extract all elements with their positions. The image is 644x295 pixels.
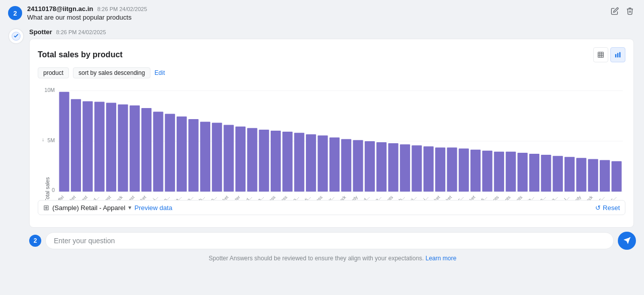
message-text: What are our most popular products <box>27 14 604 21</box>
bar-1[interactable] <box>71 99 81 191</box>
bar-3[interactable] <box>95 102 105 192</box>
svg-rect-7 <box>617 53 618 58</box>
chart-header: Total sales by product <box>38 47 625 62</box>
user-email: 24110178@iitgn.ac.in <box>27 5 93 13</box>
question-input[interactable] <box>54 237 605 245</box>
bar-6[interactable] <box>130 106 140 191</box>
message-meta: 24110178@iitgn.ac.in 8:26 PM 24/02/2025 <box>27 5 604 13</box>
svg-rect-8 <box>619 52 620 58</box>
data-source-row: ⊞ (Sample) Retail - Apparel ▾ Preview da… <box>38 200 625 215</box>
bar-16[interactable] <box>247 128 257 191</box>
spotter-meta: Spotter 8:26 PM 24/02/2025 <box>29 28 636 36</box>
reset-icon: ↺ <box>595 204 601 212</box>
bar-22[interactable] <box>317 135 328 191</box>
svg-rect-6 <box>615 54 616 57</box>
delete-icon[interactable] <box>624 5 636 17</box>
chart-card: Total sales by product <box>29 39 634 228</box>
edit-icon[interactable] <box>609 5 621 17</box>
bar-28[interactable] <box>388 143 398 191</box>
reset-button[interactable]: ↺ Reset <box>595 204 620 212</box>
svg-text:Tropical hem...: Tropical hem... <box>146 194 171 200</box>
send-button[interactable] <box>618 232 636 250</box>
bar-37[interactable] <box>494 152 504 191</box>
bar-14[interactable] <box>224 125 234 192</box>
bar-39[interactable] <box>518 153 528 191</box>
svg-text:Light weight j...: Light weight j... <box>405 194 430 200</box>
footer-text: Spotter Answers should be reviewed to en… <box>209 255 424 262</box>
svg-text:Hip chest pack: Hip chest pack <box>569 194 594 200</box>
message-time: 8:26 PM 24/02/2025 <box>97 6 147 12</box>
bar-38[interactable] <box>506 152 516 191</box>
user-avatar: 2 <box>8 6 22 20</box>
reset-label: Reset <box>603 204 620 212</box>
bar-21[interactable] <box>306 134 316 191</box>
user-message-row: 2 24110178@iitgn.ac.in 8:26 PM 24/02/202… <box>0 0 644 26</box>
input-badge: 2 <box>29 235 41 247</box>
bar-4[interactable] <box>106 103 116 192</box>
bar-10[interactable] <box>177 117 187 191</box>
svg-rect-1 <box>598 52 604 58</box>
bar-29[interactable] <box>400 144 410 191</box>
message-content: 24110178@iitgn.ac.in 8:26 PM 24/02/2025 … <box>27 5 604 21</box>
table-icon: ⊞ <box>43 204 49 212</box>
bar-41[interactable] <box>541 155 551 191</box>
message-actions <box>609 5 636 17</box>
spotter-name: Spotter <box>29 28 52 36</box>
bar-20[interactable] <box>294 133 304 191</box>
svg-text:Reg fit organ...: Reg fit organ... <box>170 194 194 200</box>
svg-text:Kat 2 cap sle...: Kat 2 cap sle... <box>510 194 535 200</box>
bar-7[interactable] <box>141 108 151 191</box>
bar-5[interactable] <box>118 105 128 192</box>
bar-26[interactable] <box>365 141 375 191</box>
table-view-button[interactable] <box>593 47 608 62</box>
svg-text:Reg fit organ...: Reg fit organ... <box>275 194 300 200</box>
bar-40[interactable] <box>529 154 539 191</box>
bar-32[interactable] <box>435 147 445 191</box>
bar-33[interactable] <box>447 147 457 191</box>
bar-9[interactable] <box>165 114 175 192</box>
svg-text:10M: 10M <box>44 87 55 93</box>
svg-text:Relax fit orga...: Relax fit orga... <box>239 194 265 200</box>
bar-2[interactable] <box>83 101 93 191</box>
preview-data-link[interactable]: Preview data <box>134 204 172 212</box>
search-input-wrap <box>45 232 614 249</box>
svg-text:Nice trek pants: Nice trek pants <box>487 194 512 200</box>
svg-text:0: 0 <box>52 187 55 193</box>
bar-47[interactable] <box>611 161 621 192</box>
bar-18[interactable] <box>271 131 281 191</box>
learn-more-link[interactable]: Learn more <box>426 255 456 262</box>
bar-11[interactable] <box>188 119 198 191</box>
bar-45[interactable] <box>588 159 598 191</box>
bar-31[interactable] <box>424 146 434 191</box>
bar-35[interactable] <box>470 150 480 192</box>
bar-46[interactable] <box>600 160 610 192</box>
edit-link[interactable]: Edit <box>154 69 165 76</box>
bar-30[interactable] <box>412 145 422 191</box>
chart-view-icons <box>593 47 625 62</box>
bar-13[interactable] <box>212 123 222 191</box>
spotter-content: Spotter 8:26 PM 24/02/2025 Total sales b… <box>29 28 636 264</box>
bar-34[interactable] <box>459 149 469 192</box>
svg-text:Baby micro d...: Baby micro d... <box>346 194 371 200</box>
bar-8[interactable] <box>153 112 163 191</box>
bar-23[interactable] <box>330 138 340 192</box>
bar-12[interactable] <box>200 122 210 191</box>
bar-42[interactable] <box>553 156 563 191</box>
bar-36[interactable] <box>482 151 492 192</box>
bar-24[interactable] <box>341 139 351 192</box>
bar-travel-duffel[interactable] <box>59 92 69 192</box>
svg-text:Rainbow jacket: Rainbow jacket <box>204 194 230 200</box>
chart-title: Total sales by product <box>38 50 123 59</box>
bar-27[interactable] <box>376 142 386 191</box>
bar-15[interactable] <box>235 127 246 192</box>
bar-43[interactable] <box>565 157 575 191</box>
bar-44[interactable] <box>576 158 586 191</box>
bar-17[interactable] <box>259 130 269 191</box>
bar-25[interactable] <box>353 140 363 191</box>
bar-chart-view-button[interactable] <box>610 47 625 62</box>
svg-marker-66 <box>623 237 630 244</box>
svg-text:Stretch climb...: Stretch climb... <box>381 194 406 200</box>
bar-19[interactable] <box>282 132 292 191</box>
data-source-arrow[interactable]: ▾ <box>128 204 131 211</box>
data-source-left: ⊞ (Sample) Retail - Apparel ▾ Preview da… <box>43 204 172 212</box>
